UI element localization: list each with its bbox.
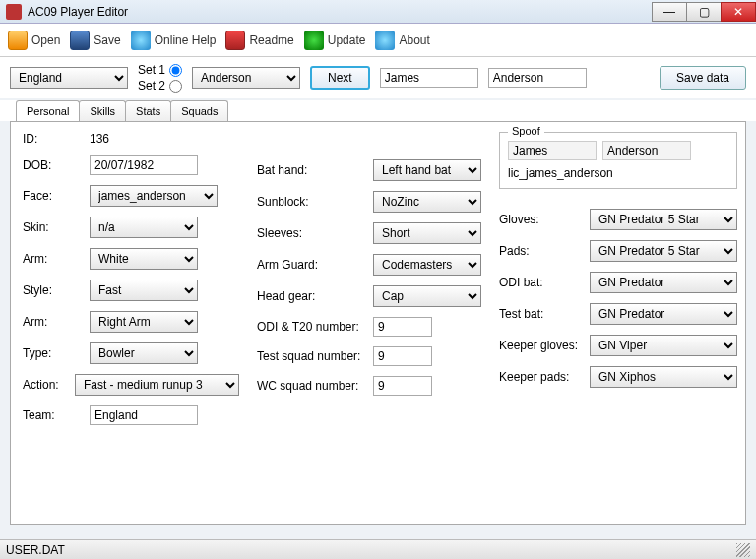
arm-color-label: Arm: (23, 252, 82, 266)
titlebar: AC09 Player Editor — ▢ ✕ (0, 0, 756, 24)
team-label: Team: (23, 408, 82, 422)
skin-label: Skin: (23, 220, 82, 234)
save-data-button[interactable]: Save data (660, 66, 746, 90)
help-icon (131, 31, 151, 50)
wcnum-label: WC squad number: (257, 379, 365, 393)
type-select[interactable]: Bowler (90, 342, 198, 364)
testbat-label: Test bat: (499, 307, 582, 321)
id-value: 136 (90, 132, 109, 146)
tab-stats[interactable]: Stats (125, 100, 171, 121)
update-button[interactable]: Update (304, 31, 366, 50)
status-file: USER.DAT (6, 543, 65, 557)
tab-squads[interactable]: Squads (170, 100, 228, 121)
type-label: Type: (23, 346, 82, 360)
close-button[interactable]: ✕ (721, 2, 756, 22)
gloves-select[interactable]: GN Predator 5 Star (590, 209, 737, 230)
action-select[interactable]: Fast - medium runup 3 (75, 374, 239, 396)
headgear-label: Head gear: (257, 289, 365, 303)
lastname-input[interactable] (488, 68, 587, 88)
arm-side-label: Arm: (23, 315, 82, 329)
sleeves-select[interactable]: Short (373, 222, 481, 244)
kpads-select[interactable]: GN Xiphos (590, 366, 737, 388)
spoof-first-input[interactable] (508, 141, 597, 160)
odibat-label: ODI bat: (499, 276, 582, 289)
spoof-group: Spoof lic_james_anderson (499, 132, 737, 189)
main-toolbar: Open Save Online Help Readme Update Abou… (0, 24, 756, 57)
book-icon (225, 31, 245, 50)
odinum-label: ODI & T20 number: (257, 320, 365, 334)
bathand-label: Bat hand: (257, 163, 365, 177)
wc-number-input[interactable] (373, 376, 432, 396)
style-label: Style: (23, 283, 82, 297)
tab-personal-body: ID:136 DOB: Face:james_anderson Skin:n/a… (10, 121, 746, 525)
test-number-input[interactable] (373, 346, 432, 366)
odi-number-input[interactable] (373, 317, 432, 337)
about-button[interactable]: About (375, 31, 429, 50)
disk-icon (70, 31, 90, 50)
testbat-select[interactable]: GN Predator (590, 303, 737, 325)
kgloves-label: Keeper gloves: (499, 339, 582, 352)
tab-skills[interactable]: Skills (79, 100, 126, 121)
arm-color-select[interactable]: White (90, 248, 198, 270)
id-label: ID: (23, 132, 82, 146)
pads-select[interactable]: GN Predator 5 Star (590, 240, 737, 262)
bathand-select[interactable]: Left hand bat (373, 159, 481, 181)
action-label: Action: (23, 378, 67, 392)
maximize-button[interactable]: ▢ (686, 2, 722, 22)
dob-input[interactable] (90, 155, 198, 175)
minimize-button[interactable]: — (652, 2, 687, 22)
globe-icon (304, 31, 324, 50)
app-icon (6, 4, 22, 20)
team-input[interactable] (90, 405, 198, 425)
kpads-label: Keeper pads: (499, 370, 582, 384)
odibat-select[interactable]: GN Predator (590, 272, 737, 293)
firstname-input[interactable] (380, 68, 478, 88)
sleeves-label: Sleeves: (257, 226, 365, 240)
sunblock-select[interactable]: NoZinc (373, 191, 481, 213)
arm-side-select[interactable]: Right Arm (90, 311, 198, 333)
save-button[interactable]: Save (70, 31, 120, 50)
spoof-last-input[interactable] (602, 141, 691, 160)
tab-row: Personal Skills Stats Squads (0, 100, 756, 121)
sunblock-label: Sunblock: (257, 195, 365, 209)
next-button[interactable]: Next (310, 66, 370, 90)
status-bar: USER.DAT (0, 539, 756, 559)
country-select[interactable]: England (10, 67, 128, 89)
set1-radio[interactable]: Set 1 (138, 63, 182, 77)
armguard-select[interactable]: Codemasters (373, 254, 481, 276)
face-label: Face: (23, 189, 82, 203)
online-help-button[interactable]: Online Help (131, 31, 217, 50)
style-select[interactable]: Fast (90, 280, 198, 301)
player-select[interactable]: Anderson (192, 67, 300, 89)
readme-button[interactable]: Readme (225, 31, 293, 50)
gloves-label: Gloves: (499, 213, 582, 226)
dob-label: DOB: (23, 158, 82, 172)
tab-personal[interactable]: Personal (16, 100, 80, 121)
headgear-select[interactable]: Cap (373, 285, 481, 307)
spoof-legend: Spoof (508, 125, 544, 137)
resize-grip-icon[interactable] (736, 543, 750, 557)
face-select[interactable]: james_anderson (90, 185, 218, 207)
folder-icon (8, 31, 28, 50)
testnum-label: Test squad number: (257, 349, 365, 363)
info-icon (375, 31, 395, 50)
pads-label: Pads: (499, 244, 582, 258)
open-button[interactable]: Open (8, 31, 60, 50)
selector-row: England Set 1 Set 2 Anderson Next Save d… (0, 57, 756, 98)
kgloves-select[interactable]: GN Viper (590, 335, 737, 356)
spoof-lic-label: lic_james_anderson (508, 166, 728, 180)
skin-select[interactable]: n/a (90, 217, 198, 238)
set2-radio[interactable]: Set 2 (138, 79, 182, 93)
armguard-label: Arm Guard: (257, 258, 365, 272)
window-title: AC09 Player Editor (28, 5, 128, 19)
